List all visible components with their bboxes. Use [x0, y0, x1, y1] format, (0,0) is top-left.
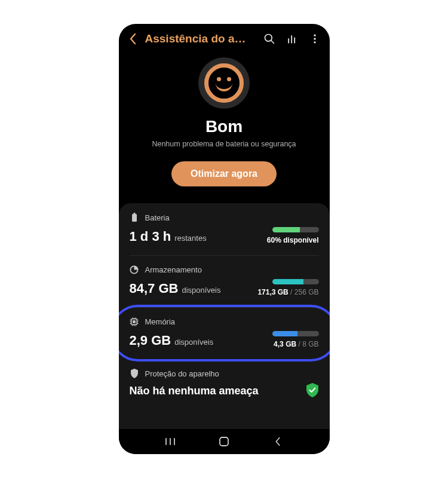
memory-label: Memória — [145, 317, 176, 326]
battery-suffix: restantes — [174, 234, 206, 243]
storage-suffix: disponíveis — [182, 286, 220, 295]
memory-card[interactable]: Memória 2,9 GB disponíveis 4,3 GB / 8 GB — [119, 307, 330, 359]
storage-usage-text: 171,3 GB / 256 GB — [257, 288, 318, 296]
memory-icon — [130, 317, 139, 326]
battery-card[interactable]: Bateria 1 d 3 h restantes 60% disponível — [119, 203, 330, 255]
memory-value: 2,9 GB — [130, 333, 171, 348]
hero-section: Bom Nenhum problema de bateria ou segura… — [119, 51, 330, 203]
system-navbar — [119, 429, 330, 454]
stats-button[interactable] — [286, 32, 299, 45]
home-button[interactable] — [216, 433, 232, 450]
shield-check-icon — [306, 383, 319, 397]
recents-button[interactable] — [162, 433, 179, 450]
battery-available-text: 60% disponível — [267, 236, 319, 244]
battery-label: Bateria — [145, 213, 170, 222]
storage-value: 84,7 GB — [130, 281, 179, 296]
svg-point-5 — [314, 35, 315, 36]
storage-card[interactable]: Armazenamento 84,7 GB disponíveis 171,3 … — [119, 255, 330, 307]
status-face-icon — [198, 57, 250, 109]
cards-panel: Bateria 1 d 3 h restantes 60% disponível — [119, 203, 330, 429]
phone-frame: Assistência do a… — [119, 24, 330, 454]
protection-label: Proteção do aparelho — [145, 369, 219, 378]
battery-bar — [272, 227, 319, 232]
svg-line-1 — [271, 41, 274, 44]
svg-rect-8 — [132, 214, 137, 222]
svg-rect-28 — [220, 437, 228, 446]
app-header: Assistência do a… — [119, 24, 330, 51]
storage-label: Armazenamento — [145, 265, 202, 274]
storage-icon — [130, 265, 139, 274]
page-title: Assistência do a… — [145, 32, 253, 45]
protection-card[interactable]: Proteção do aparelho Não há nenhuma amea… — [119, 359, 330, 408]
battery-value: 1 d 3 h — [130, 229, 171, 244]
chevron-left-icon — [274, 436, 282, 447]
shield-icon — [130, 369, 139, 378]
search-button[interactable] — [263, 32, 276, 45]
storage-bar — [272, 279, 319, 284]
svg-rect-9 — [133, 213, 135, 215]
svg-point-7 — [314, 41, 315, 43]
more-vertical-icon — [309, 33, 321, 45]
more-button[interactable] — [308, 32, 321, 45]
battery-icon — [130, 213, 139, 222]
memory-bar — [272, 331, 319, 336]
back-button[interactable] — [127, 33, 138, 44]
status-title: Bom — [205, 117, 243, 136]
status-subtitle: Nenhum problema de bateria ou segurança — [152, 140, 296, 148]
nav-back-button[interactable] — [269, 433, 286, 450]
memory-usage-text: 4,3 GB / 8 GB — [274, 340, 318, 348]
search-icon — [263, 33, 275, 45]
protection-status: Não há nenhuma ameaça — [130, 385, 259, 397]
recents-icon — [164, 437, 176, 446]
svg-point-6 — [314, 38, 315, 39]
memory-suffix: disponíveis — [174, 338, 213, 347]
chevron-left-icon — [129, 33, 136, 45]
home-icon — [219, 436, 229, 447]
svg-rect-12 — [133, 320, 136, 323]
bar-chart-icon — [286, 33, 298, 45]
optimize-button[interactable]: Otimizar agora — [171, 161, 277, 186]
